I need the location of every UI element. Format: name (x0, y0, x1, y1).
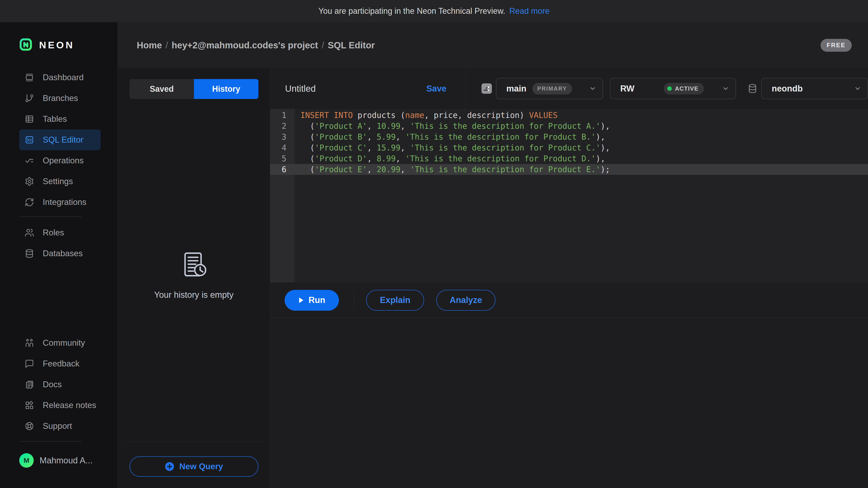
database-select[interactable]: neondb (761, 78, 868, 99)
breadcrumb-home[interactable]: Home (137, 40, 162, 51)
database-icon (747, 84, 758, 94)
history-empty-text: Your history is empty (118, 290, 270, 300)
neon-wordmark: NEON (39, 39, 74, 51)
sidebar-item-label: Roles (43, 228, 64, 237)
sidebar-item-community[interactable]: Community (19, 332, 101, 353)
chevron-down-icon (854, 85, 862, 93)
chevron-down-icon (589, 85, 597, 93)
sidebar: NEON DashboardBranchesTablesSQL EditorOp… (0, 22, 118, 488)
branch-select[interactable]: main PRIMARY (496, 78, 603, 99)
support-icon (25, 421, 34, 431)
sidebar-nav-footer: CommunityFeedbackDocsRelease notesSuppor… (19, 332, 101, 436)
code-line-3[interactable]: 3 ('Product B', 5.99, 'This is the descr… (270, 131, 868, 142)
run-button[interactable]: Run (285, 290, 339, 311)
feedback-icon (25, 359, 34, 368)
roles-icon (25, 228, 34, 237)
breadcrumb-project[interactable]: hey+2@mahmoud.codes's project (172, 40, 318, 51)
code-text: ('Product E', 20.99, 'This is the descri… (294, 164, 610, 175)
status-dot (667, 86, 672, 91)
new-query-label: New Query (179, 462, 223, 471)
actions-divider (354, 291, 354, 310)
sidebar-nav-resources: RolesDatabases (19, 222, 101, 264)
sidebar-item-roles[interactable]: Roles (19, 222, 101, 243)
queries-panel: Saved History (118, 69, 270, 488)
save-button[interactable]: Save (426, 84, 446, 94)
sidebar-item-docs[interactable]: Docs (19, 374, 101, 395)
queries-tabs: Saved History (129, 79, 258, 99)
branches-icon (25, 94, 34, 103)
sidebar-divider (20, 217, 81, 217)
breadcrumb: Home / hey+2@mahmoud.codes's project / S… (137, 40, 375, 51)
new-query-button[interactable]: New Query (129, 456, 258, 477)
code-text: ('Product D', 8.99, 'This is the descrip… (294, 153, 605, 164)
editor-actions: Run Explain Analyze (270, 283, 868, 318)
tab-saved[interactable]: Saved (129, 79, 194, 99)
neon-logo[interactable]: NEON (19, 38, 74, 52)
sidebar-item-label: Integrations (43, 197, 86, 207)
branch-select-value: main (506, 84, 526, 94)
sidebar-item-label: Settings (43, 177, 73, 186)
dashboard-icon (25, 73, 34, 82)
sidebar-item-label: Community (43, 338, 85, 348)
endpoint-select[interactable]: RW ACTIVE (610, 78, 736, 99)
sidebar-item-support[interactable]: Support (19, 416, 101, 436)
active-badge-label: ACTIVE (675, 85, 699, 92)
code-line-4[interactable]: 4 ('Product C', 15.99, 'This is the desc… (270, 142, 868, 153)
sidebar-item-databases[interactable]: Databases (19, 243, 101, 264)
code-line-6[interactable]: 6 ('Product E', 20.99, 'This is the desc… (270, 164, 868, 175)
user-menu[interactable]: M Mahmoud A... (19, 453, 92, 468)
settings-icon (25, 177, 34, 186)
history-empty-icon (180, 251, 208, 280)
tables-icon (25, 114, 34, 124)
tab-history[interactable]: History (194, 79, 258, 99)
compute-endpoint-icon[interactable] (482, 84, 492, 94)
play-icon (298, 297, 304, 304)
code-editor[interactable]: 1INSERT INTO products (name, price, desc… (270, 108, 868, 283)
community-icon (25, 338, 34, 348)
sidebar-item-label: Operations (43, 156, 84, 165)
editor-header: Untitled Save main (270, 69, 868, 108)
sidebar-item-operations[interactable]: Operations (19, 150, 101, 171)
line-number: 4 (270, 142, 294, 153)
sidebar-item-label: Docs (43, 380, 62, 389)
content-row: Saved History (118, 69, 868, 488)
line-number: 6 (270, 164, 294, 175)
sidebar-item-integrations[interactable]: Integrations (19, 192, 101, 213)
sidebar-item-tables[interactable]: Tables (19, 109, 101, 129)
code-lines: 1INSERT INTO products (name, price, desc… (270, 109, 868, 175)
code-text: ('Product A', 10.99, 'This is the descri… (294, 121, 610, 131)
history-footer-divider (124, 442, 264, 442)
sidebar-item-dashboard[interactable]: Dashboard (19, 67, 101, 88)
sql-editor-icon (25, 135, 34, 144)
technical-preview-banner: You are participating in the Neon Techni… (0, 0, 868, 22)
code-text: ('Product C', 15.99, 'This is the descri… (294, 142, 610, 153)
run-label: Run (309, 295, 325, 305)
sidebar-item-settings[interactable]: Settings (19, 171, 101, 192)
code-line-1[interactable]: 1INSERT INTO products (name, price, desc… (270, 110, 868, 121)
analyze-button[interactable]: Analyze (436, 290, 495, 311)
results-area (270, 318, 868, 488)
avatar: M (19, 453, 34, 468)
banner-text: You are participating in the Neon Techni… (318, 6, 505, 16)
explain-button[interactable]: Explain (366, 290, 424, 311)
sidebar-nav-main: DashboardBranchesTablesSQL EditorOperati… (19, 67, 101, 213)
main-column: Home / hey+2@mahmoud.codes's project / S… (118, 22, 868, 488)
sidebar-item-feedback[interactable]: Feedback (19, 353, 101, 374)
query-title[interactable]: Untitled (285, 84, 316, 94)
sidebar-item-label: Databases (43, 249, 83, 258)
code-line-2[interactable]: 2 ('Product A', 10.99, 'This is the desc… (270, 121, 868, 131)
sidebar-item-release-notes[interactable]: Release notes (19, 395, 101, 416)
sidebar-item-label: Feedback (43, 359, 80, 368)
code-line-5[interactable]: 5 ('Product D', 8.99, 'This is the descr… (270, 153, 868, 164)
sidebar-item-label: Tables (43, 114, 67, 124)
sidebar-item-branches[interactable]: Branches (19, 88, 101, 109)
plan-badge: FREE (820, 39, 852, 52)
active-badge: ACTIVE (664, 83, 704, 94)
app-frame: NEON DashboardBranchesTablesSQL EditorOp… (0, 22, 868, 488)
docs-icon (25, 380, 34, 389)
page-header: Home / hey+2@mahmoud.codes's project / S… (118, 22, 868, 69)
primary-badge: PRIMARY (532, 83, 572, 94)
read-more-link[interactable]: Read more (509, 6, 550, 16)
sidebar-item-sql-editor[interactable]: SQL Editor (19, 129, 101, 150)
sidebar-item-label: Support (43, 421, 72, 431)
